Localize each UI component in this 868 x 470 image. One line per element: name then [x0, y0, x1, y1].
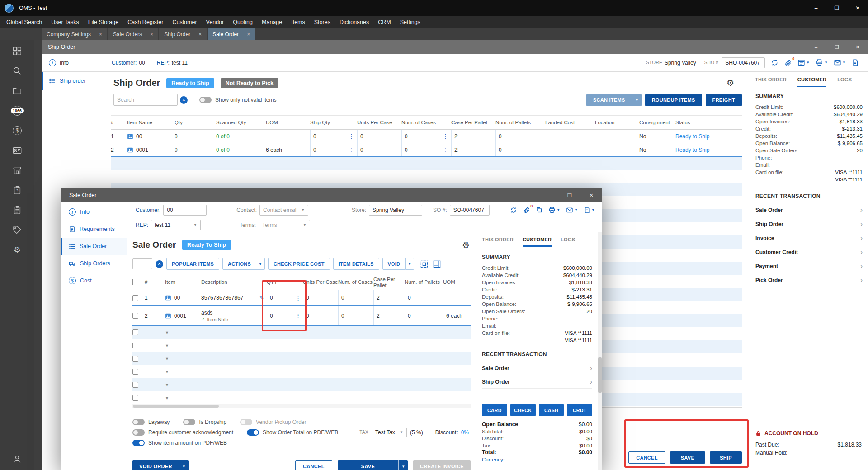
customer-input[interactable] [163, 205, 207, 216]
menu-stores[interactable]: Stores [310, 16, 335, 28]
nav-item-cost[interactable]: $ Cost [61, 272, 127, 289]
nav-item-requirements[interactable]: Requirements [61, 221, 127, 238]
recent-item-customer-credit[interactable]: Customer Credit› [755, 245, 863, 259]
settings-gear-icon[interactable]: ⚙ [12, 244, 23, 255]
cell-num-cases[interactable]: 0⋮ [401, 130, 451, 143]
window-maximize-button[interactable]: ❐ [826, 40, 847, 54]
dialog-vertical-scrollbar[interactable] [598, 232, 602, 470]
tax-select[interactable]: Test Tax▼ [372, 428, 407, 437]
col-case-per-pallet[interactable]: Case Per Pallet [373, 277, 405, 288]
attachments-icon[interactable]: 0 [523, 207, 530, 213]
cell-num-pallets[interactable]: 0 [405, 306, 443, 325]
cell-num-pallets[interactable]: 0 [495, 143, 545, 156]
col-landed-cost[interactable]: Landed Cost [545, 120, 595, 125]
empty-row[interactable]: ▼ [132, 391, 471, 404]
menu-vendor[interactable]: Vendor [202, 16, 229, 28]
freight-button[interactable]: FREIGHT [706, 94, 742, 106]
cell-ship-qty[interactable]: 0⋮ [310, 130, 357, 143]
col-units-per-case[interactable]: Units Per Case [357, 120, 401, 125]
recent-item-sale-order[interactable]: Sale Order› [482, 362, 592, 375]
show-order-total-toggle[interactable] [247, 429, 259, 436]
scan-items-dropdown[interactable]: ▼ [632, 94, 642, 106]
item-dropdown-caret[interactable]: ▼ [165, 330, 201, 335]
contact-select[interactable]: Contact email ▼ [259, 205, 308, 216]
col-num-cases[interactable]: Num. of Cases [338, 279, 373, 285]
tab-company-settings[interactable]: Company Settings × [42, 28, 107, 40]
tab-ship-order[interactable]: Ship Order × [159, 28, 207, 40]
col-qty[interactable]: QTY [267, 279, 303, 285]
refresh-icon[interactable] [771, 59, 778, 66]
mail-icon[interactable]: ▼ [834, 59, 846, 66]
store-icon[interactable] [12, 165, 23, 176]
col-num[interactable]: # [111, 120, 127, 125]
tab-customer[interactable]: CUSTOMER [797, 72, 826, 87]
cell-num-cases[interactable]: 0 [338, 290, 373, 306]
settings-gear-icon[interactable]: ⚙ [726, 78, 734, 88]
row-checkbox[interactable] [132, 395, 138, 401]
discount-value-link[interactable]: 0% [461, 429, 469, 436]
tab-this-order[interactable]: THIS ORDER [755, 72, 787, 87]
cell-qty[interactable]: 0⋮ [267, 290, 303, 306]
menu-crm[interactable]: CRM [373, 16, 395, 28]
menu-cash-register[interactable]: Cash Register [123, 16, 168, 28]
search-icon[interactable] [12, 66, 23, 76]
row-checkbox[interactable] [132, 329, 138, 335]
col-item[interactable]: Item [165, 279, 201, 285]
recent-item-invoice[interactable]: Invoice› [755, 231, 863, 245]
kebab-menu-icon[interactable]: ⋮ [349, 146, 354, 153]
menu-quoting[interactable]: Quoting [228, 16, 257, 28]
cash-button[interactable]: CASH [539, 404, 564, 416]
tasks-icon[interactable]: ? [12, 185, 23, 196]
roundup-items-button[interactable]: ROUNDUP ITEMS [645, 94, 702, 106]
kebab-menu-icon[interactable]: ⋮ [349, 133, 354, 140]
kebab-menu-icon[interactable]: ⋮ [443, 146, 448, 153]
row-checkbox[interactable] [132, 295, 138, 301]
tab-sale-orders[interactable]: Sale Orders × [108, 28, 158, 40]
search-input[interactable] [113, 94, 178, 106]
kebab-menu-icon[interactable]: ⋮ [295, 312, 301, 319]
document-icon[interactable] [852, 59, 859, 66]
attachments-icon[interactable]: 0 [784, 59, 792, 66]
print-icon[interactable]: ▼ [816, 59, 828, 66]
show-not-valid-toggle[interactable] [199, 97, 212, 103]
window-minimize-button[interactable]: – [806, 40, 826, 54]
cell-case-per-pallet[interactable]: 2 [373, 290, 405, 306]
kebab-menu-icon[interactable]: ⋮ [443, 133, 448, 140]
tab-logs[interactable]: LOGS [561, 232, 575, 247]
empty-row[interactable]: ▼ [132, 339, 471, 352]
table-row[interactable]: 1 00 0 0 of 0 0⋮ 0 0⋮ 2 0 No Ready to Sh… [111, 130, 742, 143]
empty-row[interactable]: ▼ [132, 378, 471, 391]
grid-columns-icon[interactable] [433, 260, 441, 268]
tab-sale-order-active[interactable]: Sale Order × [208, 28, 255, 40]
cell-description[interactable]: asds ✓Item Note [201, 306, 267, 325]
col-num-pallets[interactable]: Num. of Pallets [495, 120, 545, 125]
col-description[interactable]: Description [201, 279, 267, 285]
table-row[interactable]: 1 00 85767867867867✎ 0⋮ 0 0 2 0 [132, 290, 471, 306]
sho-number-input[interactable] [722, 57, 765, 68]
row-checkbox[interactable] [132, 369, 138, 375]
cell-case-per-pallet[interactable]: 2 [451, 130, 495, 143]
cancel-button[interactable]: CANCEL [295, 460, 332, 470]
col-status[interactable]: Status [675, 120, 742, 125]
void-order-button[interactable]: VOID ORDER [132, 460, 179, 470]
table-row[interactable]: 2 0001 asds ✓Item Note 0⋮ 0 0 2 0 6 each [132, 306, 471, 326]
save-dropdown[interactable]: ▼ [398, 460, 408, 470]
col-num-cases[interactable]: Num. of Cases [401, 120, 451, 125]
cell-status-link[interactable]: Ready to Ship [675, 130, 742, 143]
tab-close-icon[interactable]: × [99, 31, 102, 38]
row-checkbox[interactable] [132, 343, 138, 348]
col-item-name[interactable]: Item Name [127, 120, 175, 125]
menu-customer[interactable]: Customer [168, 16, 201, 28]
item-dropdown-caret[interactable]: ▼ [165, 370, 201, 374]
so-number-input[interactable] [450, 205, 490, 216]
scrollbar-thumb[interactable] [133, 405, 219, 408]
menu-file-storage[interactable]: File Storage [84, 16, 123, 28]
row-checkbox[interactable] [132, 382, 138, 388]
void-order-dropdown[interactable]: ▼ [179, 460, 189, 470]
save-button[interactable]: SAVE [670, 451, 705, 464]
recent-item-ship-order[interactable]: Ship Order› [482, 375, 592, 389]
void-dropdown[interactable]: ▼ [406, 258, 414, 270]
popular-items-button[interactable]: POPULAR ITEMS [166, 258, 219, 270]
empty-row[interactable]: ▼ [132, 326, 471, 339]
recent-item-payment[interactable]: Payment› [755, 259, 863, 273]
